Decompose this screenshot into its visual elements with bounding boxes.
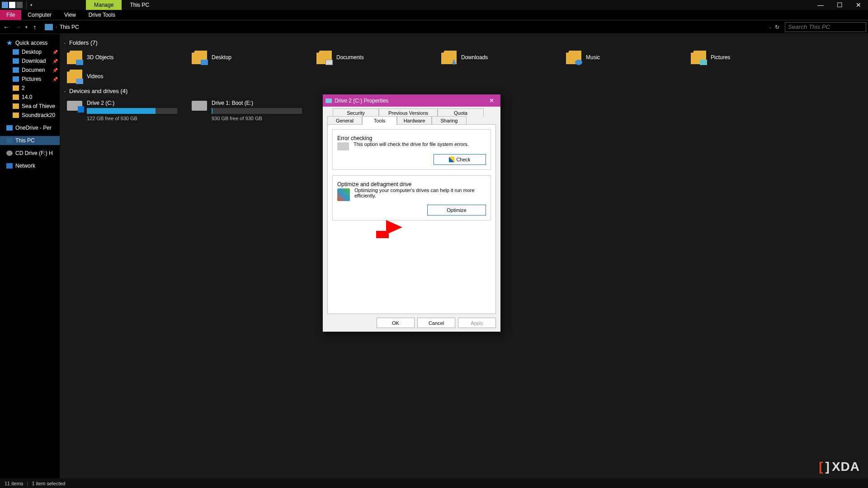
- pin-icon: 📌: [52, 68, 58, 73]
- sidebar-item-folder-2[interactable]: 2: [0, 84, 60, 93]
- download-icon: [13, 58, 19, 64]
- context-tab-manage[interactable]: Manage: [86, 0, 122, 10]
- minimize-button[interactable]: —: [811, 0, 830, 10]
- sidebar-network[interactable]: Network: [0, 161, 60, 170]
- group-error-checking: Error checking This option will check th…: [332, 129, 491, 170]
- qat-properties-icon[interactable]: [9, 2, 15, 8]
- optimize-button[interactable]: Optimize: [427, 205, 486, 216]
- optimize-description: Optimizing your computer's drives can he…: [354, 188, 486, 198]
- documents-icon: [13, 67, 19, 73]
- maximize-button[interactable]: ☐: [830, 0, 849, 10]
- address-location[interactable]: This PC: [60, 24, 79, 30]
- pin-icon: 📌: [52, 59, 58, 64]
- drive-free-text: 122 GB free of 930 GB: [87, 116, 188, 121]
- pc-icon: [45, 24, 53, 30]
- search-input[interactable]: [785, 22, 866, 32]
- folder-downloads[interactable]: Downloads: [439, 48, 564, 67]
- chevron-down-icon: ⌄: [63, 89, 66, 93]
- group-legend: Optimize and defragment drive: [337, 181, 411, 188]
- sidebar-cd-drive[interactable]: CD Drive (F:) H: [0, 149, 60, 158]
- qat-new-folder-icon[interactable]: [16, 2, 23, 8]
- chevron-down-icon: ⌄: [63, 41, 66, 45]
- sidebar-this-pc[interactable]: This PC: [0, 136, 60, 145]
- cloud-icon: [6, 125, 13, 131]
- folder-videos[interactable]: Videos: [65, 67, 190, 86]
- pictures-icon: [13, 76, 19, 82]
- sidebar-quick-access[interactable]: Quick access: [0, 38, 60, 47]
- sidebar-item-folder-soundtrack[interactable]: Soundtrack20: [0, 111, 60, 120]
- pin-icon: 📌: [52, 77, 58, 82]
- folder-icon: [13, 103, 19, 109]
- tab-sharing[interactable]: Sharing: [432, 116, 467, 125]
- window-title: This PC: [122, 0, 157, 10]
- tab-general[interactable]: General: [327, 116, 362, 125]
- ribbon-tab-computer[interactable]: Computer: [21, 10, 58, 20]
- folder-3d-objects[interactable]: 3D Objects: [65, 48, 190, 67]
- sidebar-item-folder-14[interactable]: 14.0: [0, 93, 60, 102]
- watermark: [] XDA: [819, 459, 860, 474]
- annotation-arrow: [386, 220, 402, 235]
- group-optimize: Optimize and defragment drive Optimizing…: [332, 175, 491, 221]
- address-bar: ← → ▾ ↑ › This PC ⌄ ↻: [0, 20, 868, 34]
- app-icon: [2, 2, 8, 8]
- drive-e[interactable]: Drive 1: Boot (E:) 930 GB free of 930 GB: [190, 98, 315, 123]
- dialog-titlebar[interactable]: Drive 2 (C:) Properties ✕: [323, 94, 500, 107]
- section-folders-header[interactable]: ⌄Folders (7): [60, 38, 868, 48]
- folder-icon: [13, 113, 19, 118]
- folder-documents[interactable]: Documents: [315, 48, 439, 67]
- tab-hardware[interactable]: Hardware: [397, 116, 432, 125]
- status-bar: 11 items | 1 item selected: [0, 479, 868, 488]
- ribbon-tab-drive-tools[interactable]: Drive Tools: [82, 10, 122, 20]
- folder-icon: [13, 94, 19, 100]
- refresh-icon[interactable]: ↻: [775, 24, 779, 30]
- drive-c[interactable]: Drive 2 (C:) 122 GB free of 930 GB: [65, 98, 190, 123]
- status-item-count: 11 items: [5, 481, 24, 486]
- disc-icon: [6, 150, 13, 156]
- ok-button[interactable]: OK: [377, 318, 415, 328]
- drive-usage-bar: [87, 108, 177, 114]
- drive-usage-bar: [212, 108, 302, 114]
- folder-pictures[interactable]: Pictures: [689, 48, 814, 67]
- drive-icon: [192, 101, 207, 111]
- nav-forward-button[interactable]: →: [14, 23, 23, 32]
- drive-icon: [337, 142, 349, 150]
- close-button[interactable]: ✕: [849, 0, 868, 10]
- group-legend: Error checking: [337, 135, 372, 141]
- nav-back-button[interactable]: ←: [2, 23, 11, 32]
- folder-music[interactable]: Music: [564, 48, 689, 67]
- check-button[interactable]: Check: [434, 154, 486, 165]
- address-dropdown-icon[interactable]: ⌄: [769, 25, 772, 29]
- folder-desktop[interactable]: Desktop: [190, 48, 315, 67]
- sidebar-item-desktop[interactable]: Desktop📌: [0, 47, 60, 56]
- chevron-right-icon[interactable]: ›: [56, 25, 57, 29]
- dialog-close-button[interactable]: ✕: [485, 97, 498, 104]
- qat-dropdown-icon[interactable]: ▾: [30, 3, 33, 7]
- pc-icon: [6, 138, 13, 143]
- pin-icon: 📌: [52, 50, 58, 55]
- ribbon-tab-file[interactable]: File: [0, 10, 21, 20]
- ribbon-tab-view[interactable]: View: [58, 10, 82, 20]
- shield-icon: [449, 157, 454, 162]
- apply-button[interactable]: Apply: [458, 318, 496, 328]
- sidebar-item-downloads[interactable]: Download📌: [0, 56, 60, 66]
- drive-icon: [67, 101, 82, 111]
- network-icon: [6, 163, 13, 169]
- sidebar-onedrive[interactable]: OneDrive - Per: [0, 123, 60, 132]
- status-selected-count: 1 item selected: [32, 481, 65, 486]
- nav-up-button[interactable]: ↑: [30, 23, 39, 32]
- nav-sidebar: Quick access Desktop📌 Download📌 Documen📌…: [0, 34, 60, 479]
- tab-tools[interactable]: Tools: [362, 116, 397, 125]
- folder-icon: [13, 85, 19, 91]
- address-path[interactable]: › This PC ⌄ ↻: [45, 24, 782, 30]
- drive-free-text: 930 GB free of 930 GB: [212, 116, 313, 121]
- nav-history-dropdown-icon[interactable]: ▾: [25, 25, 28, 29]
- properties-dialog: Drive 2 (C:) Properties ✕ Security Previ…: [323, 94, 500, 332]
- defrag-icon: [337, 188, 350, 201]
- dialog-title: Drive 2 (C:) Properties: [335, 98, 388, 104]
- sidebar-item-documents[interactable]: Documen📌: [0, 66, 60, 75]
- drive-name: Drive 1: Boot (E:): [212, 100, 313, 106]
- star-icon: [6, 40, 13, 46]
- cancel-button[interactable]: Cancel: [417, 318, 455, 328]
- sidebar-item-pictures[interactable]: Pictures📌: [0, 75, 60, 84]
- sidebar-item-folder-sea[interactable]: Sea of Thieve: [0, 102, 60, 111]
